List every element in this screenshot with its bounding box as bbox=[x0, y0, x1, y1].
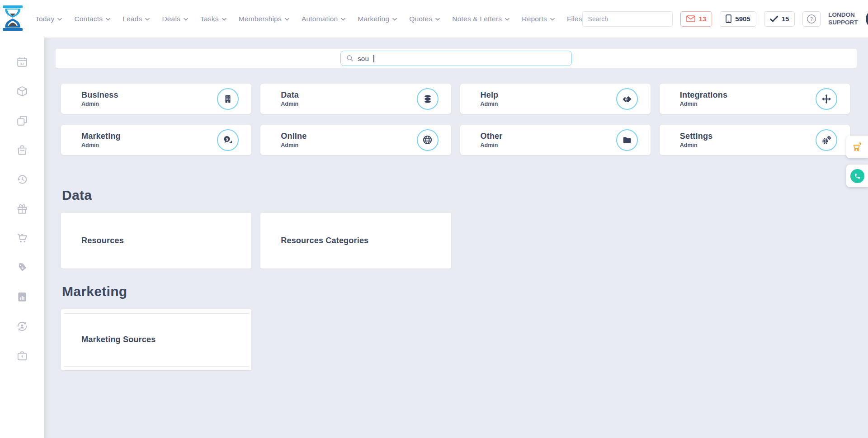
app-logo[interactable] bbox=[0, 5, 25, 33]
svg-text:?: ? bbox=[810, 16, 813, 22]
nav-label: Today bbox=[35, 15, 54, 23]
section-title-marketing: Marketing bbox=[44, 284, 868, 299]
avatar[interactable] bbox=[866, 9, 868, 28]
move-arrows-icon bbox=[816, 88, 837, 110]
admin-search-input[interactable]: sou bbox=[340, 51, 572, 66]
nav-item-deals[interactable]: Deals bbox=[162, 15, 188, 23]
admin-search-strip: sou bbox=[56, 49, 857, 68]
package-icon[interactable] bbox=[16, 85, 28, 98]
nav-item-quotes[interactable]: Quotes bbox=[409, 15, 440, 23]
help-button[interactable]: ? bbox=[802, 11, 821, 27]
chart-report-icon[interactable] bbox=[16, 291, 28, 303]
shopping-bag-icon[interactable] bbox=[16, 144, 28, 156]
card-title: Settings bbox=[680, 132, 713, 141]
nav-item-tasks[interactable]: Tasks bbox=[200, 15, 226, 23]
messages-badge[interactable]: 13 bbox=[680, 11, 712, 27]
card-subtitle: Admin bbox=[481, 142, 503, 148]
nav-item-contacts[interactable]: Contacts bbox=[74, 15, 110, 23]
card-title: Marketing bbox=[81, 132, 121, 141]
main-content: sou BusinessAdmin DataAdmin HelpAdmin In… bbox=[44, 38, 868, 438]
card-settings-admin[interactable]: SettingsAdmin bbox=[660, 125, 850, 155]
chevron-down-icon bbox=[57, 18, 62, 21]
nav-item-notes-letters[interactable]: Notes & Letters bbox=[452, 15, 509, 23]
svg-text:$: $ bbox=[226, 137, 228, 141]
chevron-down-icon bbox=[285, 18, 289, 21]
card-help-admin[interactable]: HelpAdmin bbox=[460, 84, 651, 114]
messages-count: 13 bbox=[699, 15, 707, 23]
card-resources-categories[interactable]: Resources Categories bbox=[260, 213, 451, 268]
comments-dollar-icon: $ bbox=[217, 129, 239, 151]
card-resources[interactable]: Resources bbox=[61, 213, 251, 268]
gift-icon[interactable] bbox=[16, 203, 28, 215]
card-title: Integrations bbox=[680, 90, 727, 100]
card-marketing-admin[interactable]: MarketingAdmin $ bbox=[61, 125, 251, 155]
section-data: Data Resources Resources Categories bbox=[44, 188, 868, 268]
nav-item-today[interactable]: Today bbox=[35, 15, 62, 23]
card-other-admin[interactable]: OtherAdmin bbox=[460, 125, 651, 155]
nav-label: Memberships bbox=[239, 15, 282, 23]
card-subtitle: Admin bbox=[281, 101, 299, 107]
card-title: Help bbox=[481, 90, 499, 100]
account-sync-icon[interactable] bbox=[16, 320, 28, 333]
phone-badge[interactable]: 5905 bbox=[720, 11, 756, 27]
envelope-icon bbox=[686, 15, 695, 22]
search-icon bbox=[346, 55, 354, 62]
nav-item-memberships[interactable]: Memberships bbox=[239, 15, 289, 23]
nav-label: Deals bbox=[162, 15, 180, 23]
tasks-count: 15 bbox=[782, 15, 789, 23]
calendar-icon[interactable]: 12 bbox=[16, 56, 28, 68]
call-tab[interactable] bbox=[846, 165, 868, 187]
lock-case-icon[interactable] bbox=[16, 349, 28, 362]
card-data-admin[interactable]: DataAdmin bbox=[260, 84, 451, 114]
card-business-admin[interactable]: BusinessAdmin bbox=[61, 84, 251, 114]
phone-call-icon bbox=[850, 169, 864, 183]
chevron-down-icon bbox=[392, 18, 397, 21]
nav-item-leads[interactable]: Leads bbox=[123, 15, 150, 23]
nav-label: Marketing bbox=[358, 15, 389, 23]
section-title-data: Data bbox=[44, 188, 868, 203]
copy-icon[interactable] bbox=[16, 114, 28, 127]
user-name-line1: LONDON bbox=[828, 11, 858, 19]
card-label: Resources Categories bbox=[281, 236, 368, 245]
card-marketing-sources[interactable]: Marketing Sources bbox=[61, 309, 251, 370]
nav-item-marketing[interactable]: Marketing bbox=[358, 15, 397, 23]
nav-label: Files bbox=[567, 15, 582, 23]
cart-icon[interactable] bbox=[16, 232, 28, 245]
admin-search-value: sou bbox=[358, 55, 369, 62]
building-icon bbox=[217, 88, 239, 110]
nav-item-reports[interactable]: Reports bbox=[522, 15, 555, 23]
header-search-input[interactable] bbox=[583, 12, 673, 26]
top-header: Today Contacts Leads Deals Tasks Members… bbox=[0, 0, 868, 38]
phone-count: 5905 bbox=[735, 15, 750, 23]
chevron-down-icon bbox=[435, 18, 440, 21]
nav-item-automation[interactable]: Automation bbox=[302, 15, 345, 23]
card-online-admin[interactable]: OnlineAdmin bbox=[260, 125, 451, 155]
card-label: Marketing Sources bbox=[81, 335, 156, 344]
card-label: Resources bbox=[81, 236, 124, 245]
card-integrations-admin[interactable]: IntegrationsAdmin bbox=[660, 84, 850, 114]
history-icon[interactable] bbox=[16, 173, 28, 186]
chevron-down-icon bbox=[505, 18, 509, 21]
hourglass-logo-icon bbox=[0, 5, 25, 33]
card-title: Business bbox=[81, 90, 118, 100]
left-sidebar: 12 $ bbox=[0, 38, 44, 438]
handshake-icon bbox=[616, 88, 638, 110]
pos-cart-tab[interactable] bbox=[846, 136, 868, 158]
section-marketing: Marketing Marketing Sources bbox=[44, 284, 868, 370]
card-subtitle: Admin bbox=[481, 101, 499, 107]
marketing-cards-grid: Marketing Sources bbox=[44, 309, 868, 370]
price-tag-icon[interactable]: $ bbox=[16, 261, 28, 274]
chevron-down-icon bbox=[341, 18, 345, 21]
check-icon bbox=[770, 16, 778, 22]
card-subtitle: Admin bbox=[81, 101, 118, 107]
chevron-down-icon bbox=[145, 18, 150, 21]
gears-icon bbox=[816, 129, 837, 151]
database-icon bbox=[417, 88, 439, 110]
globe-icon bbox=[417, 129, 439, 151]
nav-label: Quotes bbox=[409, 15, 432, 23]
user-name: LONDON SUPPORT bbox=[828, 11, 858, 27]
nav-item-files[interactable]: Files bbox=[567, 15, 582, 23]
header-right-group: 13 5905 15 ? LONDON SUPPORT bbox=[582, 9, 868, 28]
tasks-badge[interactable]: 15 bbox=[764, 11, 795, 27]
nav-label: Leads bbox=[123, 15, 142, 23]
